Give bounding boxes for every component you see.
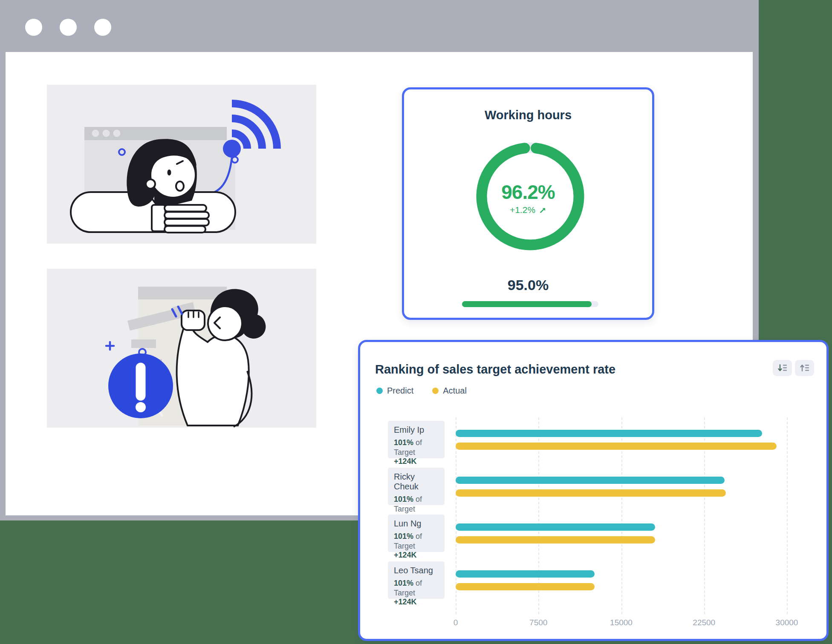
working-hours-card: Working hours 96.2% +1.2% 95.0% (402, 87, 654, 320)
bar-predict (456, 523, 655, 531)
progress-fill (462, 301, 592, 307)
legend-label: Actual (443, 386, 467, 396)
illustration-panel-wifi (47, 85, 316, 244)
bar-predict (456, 430, 762, 437)
trend-up-arrow-icon (539, 207, 546, 214)
chart-row: Leo Tsang101% of Target+124K (388, 561, 786, 608)
row-target: 101% of Target (394, 578, 441, 598)
woman-wifi-illustration (47, 85, 316, 244)
sort-ascending-button[interactable] (795, 360, 814, 376)
bar-actual (456, 443, 777, 450)
traffic-light-dot[interactable] (60, 19, 77, 36)
chart-row: Emily Ip101% of Target+124K (388, 421, 786, 468)
axis-tick-label: 7500 (529, 618, 547, 627)
card-title: Working hours (404, 108, 652, 122)
sort-descending-button[interactable] (773, 360, 792, 376)
row-delta: +124K (394, 457, 441, 466)
axis-tick-label: 15000 (610, 618, 633, 627)
row-label-card: Emily Ip101% of Target+124K (388, 421, 445, 458)
bar-actual (456, 536, 655, 543)
row-name: Lun Ng (394, 519, 441, 529)
bar-actual (456, 489, 726, 497)
legend-dot (432, 388, 439, 394)
alert-icon (108, 354, 173, 418)
row-name: Leo Tsang (394, 566, 441, 575)
gridline (787, 417, 788, 614)
row-target: 101% of Target (394, 494, 441, 514)
row-label-card: Leo Tsang101% of Target+124K (388, 561, 445, 599)
row-name: Emily Ip (394, 425, 441, 435)
row-bars (456, 468, 786, 505)
titlebar (0, 0, 759, 52)
sort-ascending-icon (800, 363, 810, 373)
bar-predict (456, 477, 725, 484)
row-label-card: Lun Ng101% of Target+124K (388, 515, 445, 552)
illustration-panel-alert (47, 269, 316, 428)
chart-row: Ricky Cheuk101% of Target+124K (388, 468, 786, 515)
secondary-percent: 95.0% (404, 277, 652, 293)
row-bars (456, 515, 786, 552)
row-bars (456, 561, 786, 599)
bar-predict (456, 570, 595, 578)
row-bars (456, 421, 786, 458)
row-delta: +124K (394, 551, 441, 560)
sort-descending-icon (777, 363, 788, 373)
row-delta: +124K (394, 598, 441, 607)
traffic-light-dot[interactable] (25, 19, 42, 36)
row-target: 101% of Target (394, 438, 441, 457)
chart-rows: Emily Ip101% of Target+124KRicky Cheuk10… (388, 421, 786, 608)
ranking-card: Ranking of sales target achievement rate… (358, 340, 829, 641)
legend-item-actual[interactable]: Actual (432, 386, 467, 396)
chart-row: Lun Ng101% of Target+124K (388, 515, 786, 561)
legend-label: Predict (387, 386, 413, 396)
frustrated-person-illustration (47, 269, 316, 428)
legend-item-predict[interactable]: Predict (376, 386, 413, 396)
donut-percent: 96.2% (404, 181, 652, 204)
traffic-light-dot[interactable] (94, 19, 111, 36)
axis-tick-label: 22500 (693, 618, 715, 627)
donut-center: 96.2% +1.2% (404, 181, 652, 215)
chart-axis: 07500150002250030000 (456, 618, 787, 628)
donut-delta: +1.2% (510, 205, 535, 215)
axis-tick-label: 30000 (776, 618, 798, 627)
person-body (177, 325, 249, 426)
legend: Predict Actual (376, 386, 467, 396)
row-label-card: Ricky Cheuk101% of Target+124K (388, 468, 445, 505)
legend-dot (376, 388, 383, 394)
progress-bar (462, 301, 598, 307)
ranking-title: Ranking of sales target achievement rate (375, 362, 615, 377)
row-name: Ricky Cheuk (394, 472, 441, 492)
desktop: Working hours 96.2% +1.2% 95.0% Ranking … (0, 0, 832, 644)
bar-actual (456, 583, 595, 590)
row-target: 101% of Target (394, 532, 441, 551)
wifi-icon (232, 104, 277, 149)
axis-tick-label: 0 (454, 618, 458, 627)
